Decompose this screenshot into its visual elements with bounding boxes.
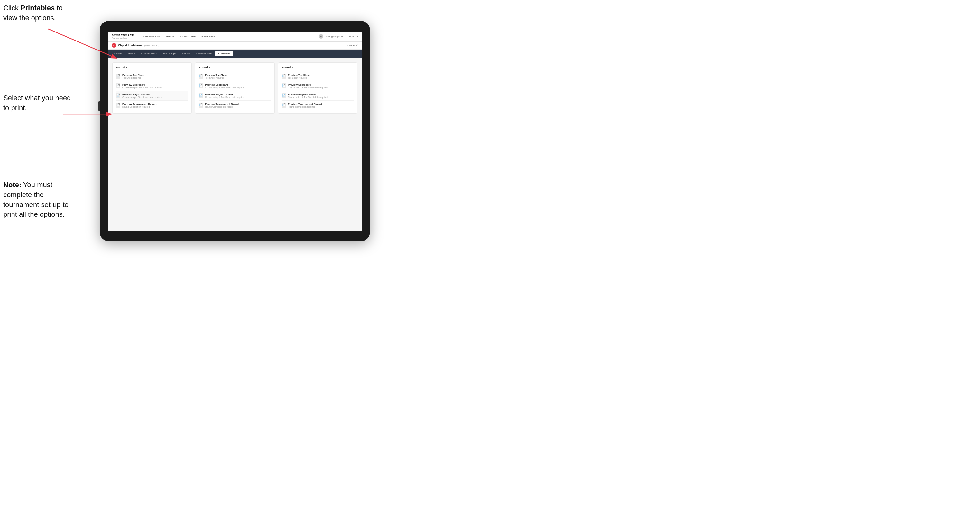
printables-bold: Printables	[21, 4, 55, 12]
arrow-to-printables	[45, 26, 126, 64]
print-item-text: Preview Tee Sheet Tee Sheet required	[205, 74, 228, 79]
instruction-top-text: Click Printables to view the options.	[3, 4, 63, 22]
item-name: Preview Scorecard	[122, 83, 162, 86]
item-name: Preview Raguzzi Sheet	[288, 93, 328, 96]
round-1-title: Round 1	[116, 66, 188, 69]
nav-tournaments[interactable]: TOURNAMENTS	[139, 35, 161, 38]
item-name: Preview Tournament Report	[288, 103, 322, 105]
item-name: Preview Tournament Report	[205, 103, 239, 105]
list-item[interactable]: 📄 Preview Tee Sheet Tee Sheet required	[282, 72, 354, 81]
doc-icon: 📄	[282, 93, 286, 98]
round-1-column: Round 1 📄 Preview Tee Sheet Tee Sheet re…	[112, 62, 192, 114]
doc-icon: 📄	[116, 83, 120, 89]
cancel-button[interactable]: Cancel ✕	[347, 44, 358, 47]
item-desc: Tee Sheet required	[205, 77, 228, 79]
list-item[interactable]: 📄 Preview Raguzzi Sheet Course setup + T…	[116, 91, 188, 101]
nav-committee[interactable]: COMMITTEE	[180, 35, 196, 38]
tournament-badge: (Men)	[145, 44, 150, 47]
nav-right: B blair@clippd.io | Sign out	[319, 34, 358, 38]
print-item-text: Preview Scorecard Course setup + Tee She…	[122, 83, 162, 89]
print-item-text: Preview Raguzzi Sheet Course setup + Tee…	[122, 93, 162, 98]
print-item-text: Preview Scorecard Course setup + Tee She…	[288, 83, 328, 89]
doc-icon: 📄	[282, 103, 286, 108]
tournament-status: Hosting	[151, 44, 159, 47]
nav-rankings[interactable]: RANKINGS	[201, 35, 216, 38]
print-item-text: Preview Tournament Report Round Completi…	[122, 103, 156, 108]
list-item[interactable]: 📄 Preview Scorecard Course setup + Tee S…	[116, 81, 188, 91]
item-name: Preview Scorecard	[288, 83, 328, 86]
instruction-bottom: Note: You must complete the tournament s…	[3, 180, 80, 220]
arrow-to-raguzzi	[59, 106, 118, 122]
doc-icon: 📄	[282, 83, 286, 89]
rounds-grid: Round 1 📄 Preview Tee Sheet Tee Sheet re…	[112, 62, 358, 114]
list-item[interactable]: 📄 Preview Scorecard Course setup + Tee S…	[282, 81, 354, 91]
instruction-bottom-text: Note: You must complete the tournament s…	[3, 181, 68, 218]
list-item[interactable]: 📄 Preview Tournament Report Round Comple…	[282, 101, 354, 110]
item-desc: Tee Sheet required	[122, 77, 145, 79]
item-name: Preview Tee Sheet	[205, 74, 228, 76]
top-nav: SCOREBOARD Powered by clippd TOURNAMENTS…	[108, 32, 362, 42]
tab-course-setup[interactable]: Course Setup	[138, 51, 159, 56]
sign-out-separator: |	[345, 35, 346, 38]
tab-printables[interactable]: Printables	[215, 51, 233, 56]
doc-icon: 📄	[199, 103, 203, 108]
doc-icon: 📄	[116, 93, 120, 98]
round-3-title: Round 3	[282, 66, 354, 69]
print-item-text: Preview Tournament Report Round Completi…	[288, 103, 322, 108]
tablet-frame: SCOREBOARD Powered by clippd TOURNAMENTS…	[100, 21, 370, 241]
item-desc: Course setup + Tee Sheet data required	[122, 86, 162, 89]
doc-icon: 📄	[199, 83, 203, 89]
item-desc: Course setup + Tee Sheet data required	[205, 86, 245, 89]
item-name: Preview Tournament Report	[122, 103, 156, 105]
nav-links: TOURNAMENTS TEAMS COMMITTEE RANKINGS	[139, 35, 319, 38]
doc-icon: 📄	[282, 74, 286, 79]
print-item-text: Preview Raguzzi Sheet Course setup + Tee…	[288, 93, 328, 98]
item-name: Preview Tee Sheet	[122, 74, 145, 76]
tab-results[interactable]: Results	[179, 51, 193, 56]
doc-icon: 📄	[116, 74, 120, 79]
doc-icon: 📄	[199, 93, 203, 98]
item-desc: Course setup + Tee Sheet data required	[288, 96, 328, 98]
note-bold: Note:	[3, 181, 21, 189]
item-desc: Tee Sheet required	[288, 77, 310, 79]
instruction-top: Click Printables to view the options.	[3, 3, 74, 23]
print-item-text: Preview Scorecard Course setup + Tee She…	[205, 83, 245, 89]
list-item[interactable]: 📄 Preview Tournament Report Round Comple…	[116, 101, 188, 110]
item-desc: Round Completion required	[205, 106, 239, 108]
item-name: Preview Raguzzi Sheet	[205, 93, 245, 96]
svg-line-0	[48, 29, 116, 58]
print-item-text: Preview Raguzzi Sheet Course setup + Tee…	[205, 93, 245, 98]
tab-teams[interactable]: Teams	[125, 51, 138, 56]
print-item-text: Preview Tee Sheet Tee Sheet required	[288, 74, 310, 79]
item-name: Preview Scorecard	[205, 83, 245, 86]
tournament-header: C Clippd Invitational (Men) Hosting Canc…	[108, 42, 362, 49]
list-item[interactable]: 📄 Preview Scorecard Course setup + Tee S…	[199, 81, 271, 91]
content-area: Round 1 📄 Preview Tee Sheet Tee Sheet re…	[108, 58, 362, 231]
item-desc: Course setup + Tee Sheet data required	[205, 96, 245, 98]
list-item[interactable]: 📄 Preview Raguzzi Sheet Course setup + T…	[282, 91, 354, 101]
sub-tabs: Details Teams Course Setup Tee Groups Re…	[108, 49, 362, 58]
tablet-screen: SCOREBOARD Powered by clippd TOURNAMENTS…	[108, 32, 362, 231]
user-email: blair@clippd.io	[326, 35, 343, 38]
round-2-title: Round 2	[199, 66, 271, 69]
item-desc: Round Completion required	[122, 106, 156, 108]
list-item[interactable]: 📄 Preview Tee Sheet Tee Sheet required	[199, 72, 271, 81]
nav-teams[interactable]: TEAMS	[165, 35, 175, 38]
item-name: Preview Tee Sheet	[288, 74, 310, 76]
item-name: Preview Raguzzi Sheet	[122, 93, 162, 96]
list-item[interactable]: 📄 Preview Tee Sheet Tee Sheet required	[116, 72, 188, 81]
item-desc: Course setup + Tee Sheet data required	[288, 86, 328, 89]
item-desc: Course setup + Tee Sheet data required	[122, 96, 162, 98]
list-item[interactable]: 📄 Preview Tournament Report Round Comple…	[199, 101, 271, 110]
print-item-text: Preview Tournament Report Round Completi…	[205, 103, 239, 108]
tab-tee-groups[interactable]: Tee Groups	[160, 51, 178, 56]
round-2-column: Round 2 📄 Preview Tee Sheet Tee Sheet re…	[195, 62, 274, 114]
sign-out-link[interactable]: Sign out	[349, 35, 358, 38]
user-avatar: B	[319, 34, 323, 38]
round-3-column: Round 3 📄 Preview Tee Sheet Tee Sheet re…	[278, 62, 358, 114]
tab-leaderboards[interactable]: Leaderboards	[194, 51, 215, 56]
doc-icon: 📄	[199, 74, 203, 79]
item-desc: Round Completion required	[288, 106, 322, 108]
print-item-text: Preview Tee Sheet Tee Sheet required	[122, 74, 145, 79]
list-item[interactable]: 📄 Preview Raguzzi Sheet Course setup + T…	[199, 91, 271, 101]
